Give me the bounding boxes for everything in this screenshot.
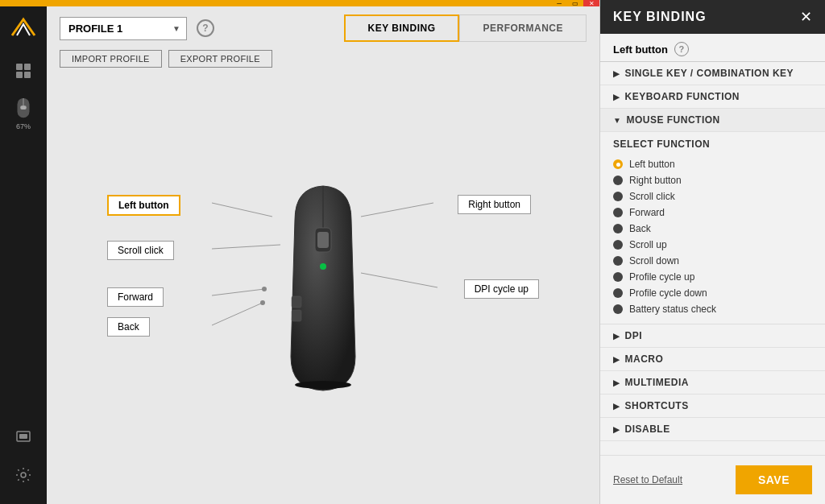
- maximize-button[interactable]: ▭: [567, 0, 583, 6]
- function-label-battery-status: Battery status check: [629, 304, 716, 315]
- category-multimedia[interactable]: ▶ MULTIMEDIA: [600, 371, 825, 395]
- category-single-key[interactable]: ▶ SINGLE KEY / COMBINATION KEY: [600, 62, 825, 85]
- radio-profile-cycle-up: [613, 272, 623, 282]
- svg-rect-0: [16, 64, 23, 70]
- app-close-button[interactable]: ✕: [583, 0, 599, 6]
- svg-rect-12: [317, 232, 329, 248]
- tab-buttons: KEY BINDING PERFORMANCE: [344, 14, 587, 42]
- svg-rect-14: [292, 296, 301, 308]
- svg-rect-15: [292, 310, 301, 321]
- function-label-right-button: Right button: [629, 175, 682, 186]
- import-profile-button[interactable]: IMPORT PROFILE: [60, 50, 162, 68]
- right-panel-header: KEY BINDING ✕: [600, 0, 825, 34]
- function-item-battery-status[interactable]: Battery status check: [613, 301, 812, 317]
- category-arrow-shortcuts: ▶: [613, 402, 620, 411]
- function-label-profile-cycle-down: Profile cycle down: [629, 287, 707, 299]
- export-profile-button[interactable]: EXPORT PROFILE: [168, 50, 272, 68]
- function-label-back: Back: [629, 223, 651, 234]
- category-arrow-mouse: ▼: [613, 116, 621, 125]
- function-label-scroll-down: Scroll down: [629, 255, 679, 266]
- function-item-right-button[interactable]: Right button: [613, 172, 812, 188]
- profile-dropdown[interactable]: PROFILE 1 PROFILE 2 PROFILE 3: [60, 17, 187, 40]
- sidebar: 67%: [0, 0, 47, 504]
- svg-rect-6: [20, 105, 27, 109]
- category-label-multimedia: MULTIMEDIA: [625, 377, 689, 388]
- svg-point-9: [21, 473, 26, 477]
- function-item-forward[interactable]: Forward: [613, 204, 812, 221]
- mouse-image-container: [251, 171, 396, 408]
- category-shortcuts[interactable]: ▶ SHORTCUTS: [600, 395, 825, 418]
- label-right-button[interactable]: Right button: [458, 195, 531, 214]
- sidebar-accent-bar: [0, 0, 47, 6]
- category-macro[interactable]: ▶ MACRO: [600, 348, 825, 371]
- panel-help-icon[interactable]: ?: [674, 42, 689, 56]
- function-item-profile-cycle-up[interactable]: Profile cycle up: [613, 269, 812, 285]
- profile-select-wrapper: PROFILE 1 PROFILE 2 PROFILE 3 ▼: [60, 17, 187, 40]
- function-list: Left button Right button Scroll click Fo…: [600, 153, 825, 320]
- radio-profile-cycle-down: [613, 288, 623, 298]
- main-content: ─ ▭ ✕ PROFILE 1 PROFILE 2 PROFILE 3 ▼ ? …: [47, 0, 599, 504]
- svg-point-16: [295, 381, 351, 389]
- help-label: ?: [202, 23, 208, 34]
- category-arrow-macro: ▶: [613, 355, 620, 364]
- tab-key-binding[interactable]: KEY BINDING: [344, 14, 460, 42]
- sidebar-item-view[interactable]: [7, 420, 39, 452]
- tab-performance[interactable]: PERFORMANCE: [459, 14, 587, 42]
- function-item-back[interactable]: Back: [613, 221, 812, 237]
- category-label-dpi: DPI: [625, 330, 643, 341]
- label-dpi-cycle-up[interactable]: DPI cycle up: [464, 279, 539, 299]
- svg-rect-2: [16, 72, 23, 78]
- function-item-scroll-click[interactable]: Scroll click: [613, 188, 812, 204]
- category-mouse-function[interactable]: ▼ MOUSE FUNCTION: [600, 109, 825, 132]
- label-forward[interactable]: Forward: [107, 287, 164, 307]
- top-area: PROFILE 1 PROFILE 2 PROFILE 3 ▼ ? KEY BI…: [47, 6, 599, 50]
- minimize-button[interactable]: ─: [551, 0, 567, 6]
- function-label-forward: Forward: [629, 207, 665, 218]
- category-label-macro: MACRO: [625, 353, 664, 365]
- category-arrow-dpi: ▶: [613, 332, 620, 341]
- profile-help-icon[interactable]: ?: [197, 19, 214, 37]
- sidebar-item-settings[interactable]: [7, 459, 39, 491]
- radio-scroll-down: [613, 256, 623, 266]
- right-panel-close-button[interactable]: ✕: [800, 10, 812, 24]
- save-button[interactable]: SAVE: [736, 465, 812, 494]
- category-arrow-disable: ▶: [613, 425, 620, 434]
- radio-battery-status: [613, 304, 623, 314]
- category-keyboard-function[interactable]: ▶ KEYBOARD FUNCTION: [600, 85, 825, 109]
- sidebar-item-dashboard[interactable]: [7, 55, 39, 87]
- category-label-shortcuts: SHORTCUTS: [625, 400, 689, 411]
- category-arrow-single-key: ▶: [613, 69, 620, 78]
- svg-rect-1: [24, 64, 31, 70]
- category-arrow-multimedia: ▶: [613, 378, 620, 387]
- function-item-scroll-up[interactable]: Scroll up: [613, 237, 812, 253]
- reset-to-default-button[interactable]: Reset to Default: [613, 474, 682, 485]
- function-label-profile-cycle-up: Profile cycle up: [629, 271, 694, 283]
- svg-rect-3: [24, 72, 31, 78]
- category-dpi[interactable]: ▶ DPI: [600, 324, 825, 348]
- radio-right-button: [613, 176, 623, 185]
- category-label-single-key: SINGLE KEY / COMBINATION KEY: [625, 68, 794, 79]
- right-panel: KEY BINDING ✕ Left button ? ▶ SINGLE KEY…: [599, 0, 825, 504]
- function-label-scroll-click: Scroll click: [629, 191, 675, 202]
- sidebar-item-mouse[interactable]: 67%: [15, 97, 32, 130]
- panel-current-label: Left button ?: [600, 34, 825, 61]
- category-disable[interactable]: ▶ DISABLE: [600, 418, 825, 441]
- function-item-profile-cycle-down[interactable]: Profile cycle down: [613, 285, 812, 301]
- mouse-svg: [251, 171, 396, 405]
- category-label-disable: DISABLE: [625, 423, 670, 435]
- label-back[interactable]: Back: [107, 317, 150, 337]
- label-left-button[interactable]: Left button: [107, 195, 180, 216]
- function-item-left-button[interactable]: Left button: [613, 156, 812, 172]
- radio-forward: [613, 208, 623, 217]
- title-bar: ─ ▭ ✕: [47, 0, 599, 6]
- panel-footer: Reset to Default SAVE: [600, 455, 825, 504]
- select-function-header: SELECT FUNCTION: [600, 132, 825, 153]
- import-export-area: IMPORT PROFILE EXPORT PROFILE: [47, 50, 599, 76]
- brand-logo: [9, 16, 38, 42]
- svg-point-13: [320, 263, 326, 270]
- radio-back: [613, 224, 623, 233]
- mouse-diagram-area: Left button Right button Scroll click DP…: [47, 76, 599, 504]
- label-scroll-click[interactable]: Scroll click: [107, 241, 174, 260]
- category-label-keyboard: KEYBOARD FUNCTION: [625, 91, 740, 102]
- function-item-scroll-down[interactable]: Scroll down: [613, 253, 812, 269]
